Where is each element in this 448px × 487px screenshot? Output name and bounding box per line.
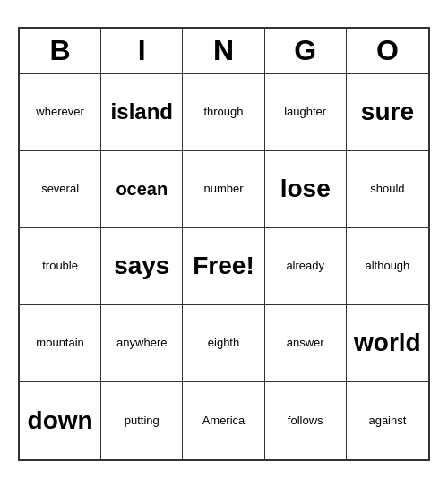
bingo-cell-13[interactable]: already: [265, 228, 347, 305]
bingo-cell-text-18: answer: [287, 336, 324, 350]
bingo-cell-22[interactable]: America: [183, 382, 264, 459]
bingo-cell-21[interactable]: putting: [101, 382, 183, 459]
header-letter-n: N: [183, 29, 264, 73]
bingo-cell-14[interactable]: although: [347, 228, 428, 305]
bingo-header: BINGO: [20, 29, 428, 74]
bingo-cell-20[interactable]: down: [20, 382, 101, 459]
bingo-cell-19[interactable]: world: [347, 305, 428, 382]
bingo-cell-text-9: should: [370, 182, 404, 196]
bingo-cell-text-17: eighth: [208, 336, 239, 350]
bingo-cell-24[interactable]: against: [347, 382, 428, 459]
bingo-cell-8[interactable]: lose: [265, 151, 347, 228]
bingo-cell-23[interactable]: follows: [265, 382, 347, 459]
header-letter-i: I: [101, 29, 183, 73]
bingo-cell-text-11: says: [114, 251, 169, 281]
bingo-cell-15[interactable]: mountain: [20, 305, 101, 382]
bingo-cell-text-0: wherever: [36, 105, 83, 119]
bingo-cell-text-23: follows: [288, 414, 323, 428]
bingo-cell-12[interactable]: Free!: [183, 228, 264, 305]
bingo-cell-5[interactable]: several: [20, 151, 101, 228]
bingo-cell-text-15: mountain: [36, 336, 83, 350]
bingo-cell-text-3: laughter: [284, 105, 326, 119]
bingo-cell-text-12: Free!: [193, 251, 254, 281]
bingo-cell-text-22: America: [202, 414, 246, 428]
bingo-card: BINGO whereverislandthroughlaughtersures…: [18, 27, 430, 461]
bingo-cell-text-13: already: [286, 259, 324, 273]
bingo-cell-3[interactable]: laughter: [265, 74, 347, 151]
bingo-cell-text-16: anywhere: [116, 336, 167, 350]
bingo-cell-2[interactable]: through: [183, 74, 264, 151]
bingo-cell-text-14: although: [365, 259, 409, 273]
bingo-cell-11[interactable]: says: [101, 228, 183, 305]
bingo-cell-text-5: several: [41, 182, 79, 196]
bingo-cell-17[interactable]: eighth: [183, 305, 264, 382]
bingo-grid: whereverislandthroughlaughtersureseveral…: [20, 74, 428, 459]
bingo-cell-7[interactable]: number: [183, 151, 264, 228]
bingo-cell-9[interactable]: should: [347, 151, 428, 228]
bingo-cell-16[interactable]: anywhere: [101, 305, 183, 382]
bingo-cell-4[interactable]: sure: [347, 74, 428, 151]
header-letter-g: G: [265, 29, 347, 73]
bingo-cell-text-24: against: [368, 414, 406, 428]
bingo-cell-text-10: trouble: [42, 259, 78, 273]
header-letter-b: B: [20, 29, 101, 73]
bingo-cell-text-4: sure: [361, 97, 414, 127]
bingo-cell-0[interactable]: wherever: [20, 74, 101, 151]
bingo-cell-6[interactable]: ocean: [101, 151, 183, 228]
bingo-cell-text-19: world: [354, 328, 421, 358]
bingo-cell-text-2: through: [203, 105, 243, 119]
bingo-cell-text-1: island: [111, 99, 173, 125]
bingo-cell-1[interactable]: island: [101, 74, 183, 151]
bingo-cell-10[interactable]: trouble: [20, 228, 101, 305]
bingo-cell-text-6: ocean: [116, 178, 168, 200]
bingo-cell-18[interactable]: answer: [265, 305, 347, 382]
bingo-cell-text-20: down: [28, 406, 93, 436]
header-letter-o: O: [347, 29, 428, 73]
bingo-cell-text-7: number: [203, 182, 243, 196]
bingo-cell-text-21: putting: [125, 414, 159, 428]
bingo-cell-text-8: lose: [280, 174, 331, 204]
